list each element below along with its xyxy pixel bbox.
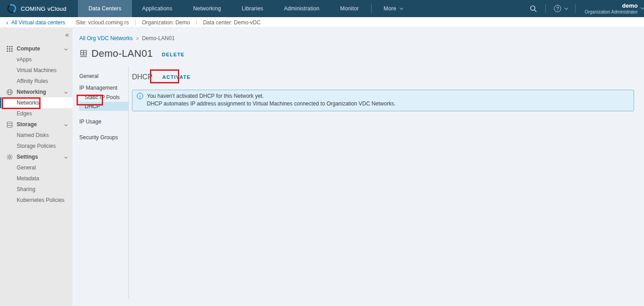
alert-line-1: You haven't activated DHCP for this Netw… xyxy=(147,92,395,100)
sidebar-item-kubernetes-policies[interactable]: Kubernetes Policies xyxy=(0,195,73,206)
top-right-divider xyxy=(545,4,546,13)
subnav-static-ip-pools[interactable]: Static IP Pools xyxy=(79,94,128,101)
delete-button[interactable]: DELETE xyxy=(162,52,185,57)
sidebar-section-label: Networking xyxy=(17,89,65,95)
network-icon xyxy=(80,50,87,58)
top-nav-bar: COMING vCloud Data Centers Applications … xyxy=(0,0,644,17)
main-content: All Org VDC Networks>Demo-LAN01 Demo-LAN… xyxy=(73,28,644,306)
chevron-down-icon xyxy=(564,6,568,9)
sidebar-section-settings[interactable]: Settings xyxy=(0,151,73,162)
breadcrumb: All Org VDC Networks>Demo-LAN01 xyxy=(79,35,175,41)
subnav-divider xyxy=(128,67,129,299)
context-divider xyxy=(135,19,136,25)
sidebar-item-metadata[interactable]: Metadata xyxy=(0,173,73,184)
primary-nav: Data Centers Applications Networking Lib… xyxy=(78,0,412,17)
subnav-ip-management[interactable]: IP Management xyxy=(79,82,128,94)
info-icon: i xyxy=(137,93,143,99)
context-datacenter: Data center: Demo-vDC xyxy=(203,19,261,26)
brand-title: COMING vCloud xyxy=(21,5,66,12)
subnav-general[interactable]: General xyxy=(79,70,128,82)
chevron-down-icon xyxy=(64,155,68,158)
chevron-down-icon xyxy=(64,123,68,126)
sidebar-nav: Compute vApps Virtual Machines Affinity … xyxy=(0,43,73,206)
alert-line-2: DHCP automates IP address assignment to … xyxy=(147,100,395,108)
title-row: Demo-LAN01 DELETE xyxy=(80,48,185,59)
nav-tab-more-label: More xyxy=(384,5,396,12)
activate-button[interactable]: ACTIVATE xyxy=(162,74,190,80)
breadcrumb-separator-icon: > xyxy=(136,36,139,41)
context-organization: Organization: Demo xyxy=(142,19,190,26)
dhcp-panel: DHCP ACTIVATE i You haven't activated DH… xyxy=(132,70,637,111)
dhcp-heading: DHCP xyxy=(132,73,152,81)
sidebar-item-sharing[interactable]: Sharing xyxy=(0,184,73,195)
context-bar: ‹ All Virtual data centers Site: vcloud.… xyxy=(0,17,644,28)
nav-tab-administration[interactable]: Administration xyxy=(274,0,330,17)
sidebar-item-networks[interactable]: Networks xyxy=(0,97,73,108)
context-divider xyxy=(196,19,197,25)
grid-icon xyxy=(6,46,13,52)
nav-tab-monitor[interactable]: Monitor xyxy=(330,0,369,17)
top-right-divider xyxy=(575,4,576,13)
sidebar-item-general[interactable]: General xyxy=(0,162,73,173)
sidebar-item-virtual-machines[interactable]: Virtual Machines xyxy=(0,65,73,76)
nav-tab-data-centers[interactable]: Data Centers xyxy=(78,0,132,17)
nav-divider xyxy=(371,4,372,14)
coming-logo-icon xyxy=(6,3,17,14)
sidebar-section-label: Storage xyxy=(17,121,65,128)
sidebar-section-compute[interactable]: Compute xyxy=(0,43,73,54)
user-menu-button[interactable]: demo Organization Administrator xyxy=(577,2,638,15)
sidebar-section-networking[interactable]: Networking xyxy=(0,87,73,97)
chevron-down-icon xyxy=(399,6,403,9)
context-site: Site: vcloud.coming.rs xyxy=(76,19,129,26)
subnav-ip-usage[interactable]: IP Usage xyxy=(79,116,128,128)
sidebar-item-affinity-rules[interactable]: Affinity Rules xyxy=(0,76,73,87)
nav-tab-applications[interactable]: Applications xyxy=(132,0,183,17)
chevron-down-icon xyxy=(640,6,644,9)
chevron-down-icon xyxy=(64,47,68,50)
subnav-spacer xyxy=(79,112,128,116)
user-name: demo xyxy=(585,2,638,9)
subnav-dhcp[interactable]: DHCP xyxy=(79,102,128,111)
sidebar-item-storage-policies[interactable]: Storage Policies xyxy=(0,141,73,151)
chevron-left-icon: ‹ xyxy=(6,19,9,26)
dhcp-panel-header: DHCP ACTIVATE xyxy=(132,70,637,84)
help-icon: ? xyxy=(554,5,561,12)
vcloud-director-app: COMING vCloud Data Centers Applications … xyxy=(0,0,644,306)
storage-icon xyxy=(6,121,13,128)
network-globe-icon xyxy=(6,89,13,96)
nav-tab-more[interactable]: More xyxy=(373,0,413,17)
breadcrumb-current: Demo-LAN01 xyxy=(142,35,175,41)
back-to-vdc-list-link[interactable]: ‹ All Virtual data centers xyxy=(0,19,65,26)
sidebar-section-label: Settings xyxy=(17,154,65,160)
nav-tab-networking[interactable]: Networking xyxy=(183,0,231,17)
user-role: Organization Administrator xyxy=(585,9,638,15)
sidebar-collapse-button[interactable]: « xyxy=(65,31,69,38)
help-menu-button[interactable]: ? xyxy=(548,0,573,17)
page-title: Demo-LAN01 xyxy=(91,48,153,59)
subnav-security-groups[interactable]: Security Groups xyxy=(79,132,128,143)
search-icon xyxy=(530,5,537,13)
sidebar-item-edges[interactable]: Edges xyxy=(0,108,73,119)
back-link-label: All Virtual data centers xyxy=(11,19,65,26)
sidebar-item-named-disks[interactable]: Named Disks xyxy=(0,130,73,141)
chevron-down-icon xyxy=(64,90,68,93)
subnav-spacer xyxy=(79,128,128,132)
sidebar-section-storage[interactable]: Storage xyxy=(0,119,73,130)
sidebar-item-vapps[interactable]: vApps xyxy=(0,54,73,65)
alert-text: You haven't activated DHCP for this Netw… xyxy=(147,92,395,108)
network-subnav: General IP Management Static IP Pools DH… xyxy=(79,70,128,143)
search-button[interactable] xyxy=(523,0,544,17)
brand-home-link[interactable]: COMING vCloud xyxy=(0,0,78,17)
nav-tab-libraries[interactable]: Libraries xyxy=(231,0,274,17)
gear-icon xyxy=(6,154,13,160)
sidebar: « Compute vApps Virtual Machines Affinit… xyxy=(0,28,73,306)
dhcp-info-alert: i You haven't activated DHCP for this Ne… xyxy=(132,90,634,111)
sidebar-section-label: Compute xyxy=(17,46,65,52)
breadcrumb-all-org-vdc-networks-link[interactable]: All Org VDC Networks xyxy=(79,35,133,41)
top-right-controls: ? demo Organization Administrator xyxy=(523,0,644,17)
